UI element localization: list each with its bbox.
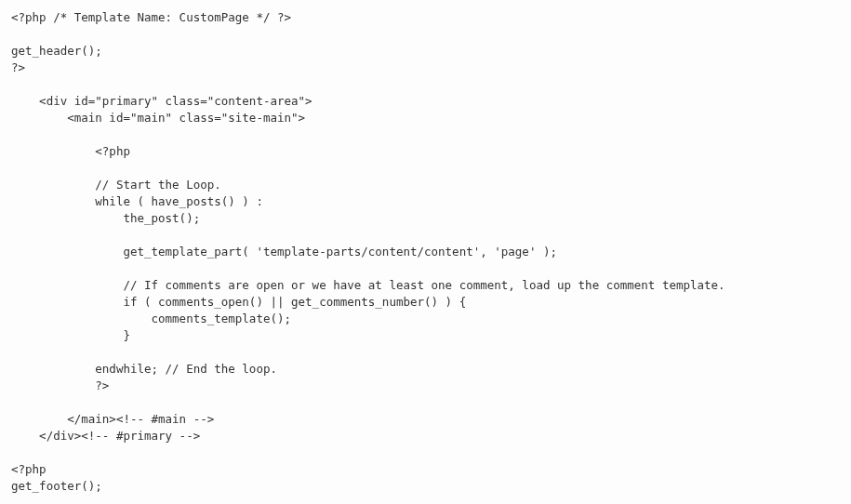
code-block: <?php /* Template Name: CustomPage */ ?>… (0, 0, 851, 504)
